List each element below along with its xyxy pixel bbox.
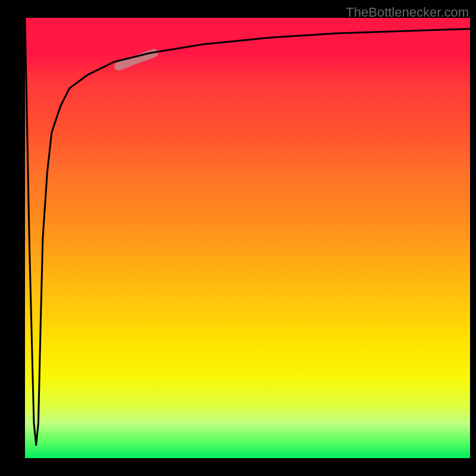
chart-svg (25, 18, 470, 458)
watermark-text: TheBottlenecker.com (346, 5, 469, 20)
curve-line (25, 18, 470, 445)
